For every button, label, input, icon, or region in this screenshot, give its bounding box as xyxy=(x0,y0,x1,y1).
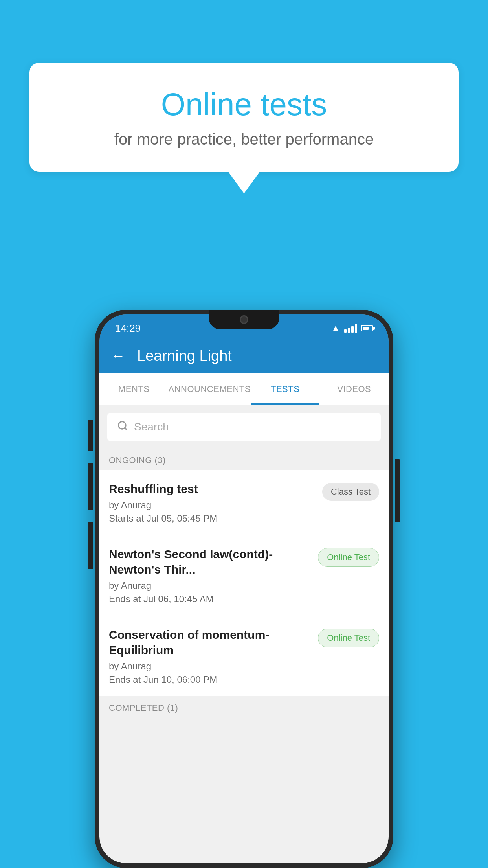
ongoing-section-header: ONGOING (3) xyxy=(99,449,389,470)
test-name-3: Conservation of momentum-Equilibrium xyxy=(109,627,310,658)
speech-bubble-title: Online tests xyxy=(61,86,427,123)
test-list: Reshuffling test by Anurag Starts at Jul… xyxy=(99,470,389,697)
signal-bar-2 xyxy=(348,328,350,333)
test-author-3: by Anurag xyxy=(109,661,310,672)
app-title: Learning Light xyxy=(137,348,232,364)
completed-section-header: COMPLETED (1) xyxy=(99,697,389,718)
wifi-icon: ▲ xyxy=(331,323,340,334)
test-author-2: by Anurag xyxy=(109,580,310,591)
app-header: ← Learning Light xyxy=(99,338,389,373)
phone-button-left-2 xyxy=(88,463,93,510)
tab-ments[interactable]: MENTS xyxy=(99,373,169,405)
test-badge-3: Online Test xyxy=(318,629,379,647)
background: Online tests for more practice, better p… xyxy=(0,0,488,868)
battery-icon xyxy=(361,325,373,331)
test-author-1: by Anurag xyxy=(109,500,314,511)
test-info-2: Newton's Second law(contd)-Newton's Thir… xyxy=(109,546,318,605)
test-item-1[interactable]: Reshuffling test by Anurag Starts at Jul… xyxy=(99,470,389,535)
svg-line-1 xyxy=(125,428,127,430)
search-placeholder: Search xyxy=(134,421,169,433)
speech-bubble: Online tests for more practice, better p… xyxy=(29,63,459,172)
phone-frame: 14:29 ▲ xyxy=(95,310,393,868)
search-icon xyxy=(117,420,128,434)
back-button[interactable]: ← xyxy=(111,348,125,364)
phone-button-left-1 xyxy=(88,420,93,451)
status-icons: ▲ xyxy=(331,323,373,334)
content-area: Search ONGOING (3) Reshuffling test by A… xyxy=(99,405,389,863)
test-info-3: Conservation of momentum-Equilibrium by … xyxy=(109,627,318,685)
status-time: 14:29 xyxy=(115,322,141,335)
phone-button-right xyxy=(395,459,400,522)
test-time-2: Ends at Jul 06, 10:45 AM xyxy=(109,594,310,605)
tab-announcements[interactable]: ANNOUNCEMENTS xyxy=(169,373,251,405)
test-item-3[interactable]: Conservation of momentum-Equilibrium by … xyxy=(99,616,389,697)
signal-bar-1 xyxy=(344,329,347,333)
phone-button-left-3 xyxy=(88,522,93,569)
test-item-2[interactable]: Newton's Second law(contd)-Newton's Thir… xyxy=(99,535,389,616)
test-badge-2: Online Test xyxy=(318,548,379,567)
camera xyxy=(240,315,248,324)
test-badge-1: Class Test xyxy=(322,483,379,501)
tabs-bar: MENTS ANNOUNCEMENTS TESTS VIDEOS xyxy=(99,373,389,405)
tab-tests[interactable]: TESTS xyxy=(251,373,320,405)
signal-bar-4 xyxy=(355,324,357,333)
battery-fill xyxy=(363,327,369,330)
test-name-2: Newton's Second law(contd)-Newton's Thir… xyxy=(109,546,310,577)
signal-bars xyxy=(344,324,357,333)
phone-screen: 14:29 ▲ xyxy=(99,314,389,863)
test-name-1: Reshuffling test xyxy=(109,481,314,497)
test-time-3: Ends at Jun 10, 06:00 PM xyxy=(109,674,310,685)
speech-bubble-container: Online tests for more practice, better p… xyxy=(29,63,459,193)
test-info-1: Reshuffling test by Anurag Starts at Jul… xyxy=(109,481,322,524)
search-bar[interactable]: Search xyxy=(107,413,381,441)
speech-bubble-subtitle: for more practice, better performance xyxy=(61,131,427,148)
phone-notch xyxy=(209,310,279,329)
test-time-1: Starts at Jul 05, 05:45 PM xyxy=(109,513,314,524)
tab-videos[interactable]: VIDEOS xyxy=(319,373,389,405)
phone-container: 14:29 ▲ xyxy=(95,310,393,868)
speech-bubble-arrow xyxy=(228,172,260,193)
signal-bar-3 xyxy=(351,326,354,333)
